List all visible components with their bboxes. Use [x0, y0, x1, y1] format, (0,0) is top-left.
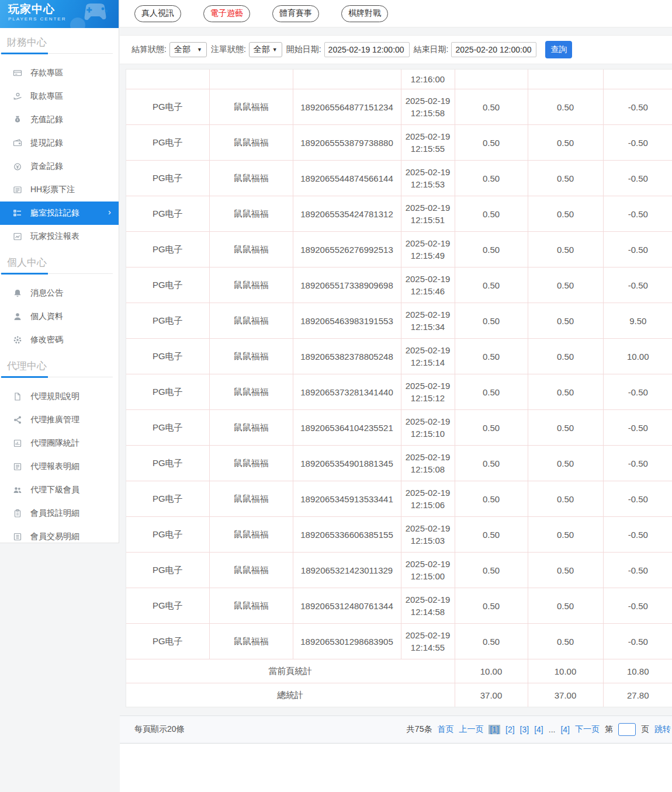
- agent-report-detail-icon: [12, 462, 22, 472]
- table-row: PG电子 鼠鼠福福 1892065544874566144 2025-02-19…: [126, 161, 672, 196]
- summary-label: 總統計: [126, 683, 455, 707]
- sidebar-item-agent-report-detail[interactable]: 代理報表明細: [0, 455, 119, 478]
- sidebar-header: 玩家中心 PLAYERS CENTER: [0, 0, 119, 28]
- sidebar-item-withdrawal-records[interactable]: 提現記錄: [0, 131, 119, 155]
- bet-id-cell: 1892065564877151234: [293, 89, 401, 125]
- table-row: PG电子 鼠鼠福福 1892065354901881345 2025-02-19…: [126, 446, 672, 481]
- sidebar-item-announcements[interactable]: 消息公告: [0, 282, 119, 305]
- agent-promotion-share-icon: [12, 415, 22, 425]
- sidebar-item-label: 玩家投注報表: [30, 231, 79, 242]
- tab-live-casino[interactable]: 真人視訊: [134, 5, 181, 22]
- game-cell: 鼠鼠福福: [209, 410, 293, 446]
- page-link-3[interactable]: [3]: [520, 725, 529, 734]
- content-bottom-area: [120, 744, 672, 792]
- withdraw-hand-icon: [12, 92, 22, 102]
- member-transaction-icon: [12, 532, 22, 542]
- sidebar-item-label: 廳室投註記錄: [30, 208, 79, 218]
- bet-datetime-cell: 2025-02-19 12:15:10: [401, 410, 455, 446]
- bet-id-cell: 1892065354901881345: [293, 446, 401, 481]
- valid-amount-cell: 0.50: [528, 624, 603, 659]
- order-status-select[interactable]: 全部 ▼: [249, 42, 282, 57]
- sidebar: 玩家中心 PLAYERS CENTER 財務中心 存款專區: [0, 0, 119, 543]
- sidebar-item-profile[interactable]: 個人資料: [0, 305, 119, 328]
- sidebar-item-member-bet-detail[interactable]: 會員投註明細: [0, 502, 119, 525]
- sidebar-item-hh-lottery[interactable]: HH彩票下注: [0, 178, 119, 202]
- platform-cell: PG电子: [126, 624, 209, 659]
- search-button[interactable]: 查詢: [545, 41, 572, 58]
- sidebar-item-room-bet-records[interactable]: 廳室投註記錄 ›: [0, 202, 119, 225]
- settle-status-select[interactable]: 全部 ▼: [169, 42, 207, 57]
- table-row: PG电子 鼠鼠福福 1892065517338909698 2025-02-19…: [126, 268, 672, 303]
- end-date-input[interactable]: [451, 42, 536, 57]
- tab-electronic-games[interactable]: 電子遊藝: [203, 5, 250, 22]
- page-link-4[interactable]: [4]: [534, 725, 543, 734]
- lottery-doc-icon: [12, 185, 22, 195]
- sidebar-item-deposit[interactable]: 存款專區: [0, 61, 119, 85]
- bet-amount-cell: 0.50: [455, 268, 528, 303]
- sidebar-item-member-transaction-detail[interactable]: 會員交易明細: [0, 525, 119, 548]
- valid-amount-cell: 0.50: [528, 232, 603, 268]
- platform-cell: PG电子: [126, 89, 209, 125]
- agent-team-stats-icon: [12, 439, 22, 449]
- sidebar-item-label: 存款專區: [30, 68, 63, 78]
- start-date-input[interactable]: [324, 42, 410, 57]
- sidebar-item-withdraw[interactable]: 取款專區: [0, 85, 119, 108]
- bet-id-cell: 1892065373281341440: [293, 374, 401, 410]
- sidebar-item-agent-members[interactable]: 代理下級會員: [0, 478, 119, 502]
- tab-board-games[interactable]: 棋牌對戰: [341, 5, 388, 22]
- bet-id-cell: 1892065526276992513: [293, 232, 401, 268]
- sidebar-item-label: HH彩票下注: [30, 185, 75, 195]
- game-cell: 鼠鼠福福: [209, 89, 293, 125]
- valid-amount-cell: 0.50: [528, 196, 603, 232]
- first-page-link[interactable]: 首页: [437, 724, 453, 735]
- sidebar-item-label: 消息公告: [30, 288, 63, 298]
- page-link-current[interactable]: [1]: [489, 725, 500, 734]
- sidebar-item-recharge-records[interactable]: 充值記錄: [0, 108, 119, 131]
- valid-amount-cell: 0.50: [528, 125, 603, 161]
- sidebar-item-funds-records[interactable]: 資金記錄: [0, 155, 119, 178]
- page-size-text: 每頁顯示20條: [134, 724, 185, 735]
- jump-page-input[interactable]: [618, 723, 636, 736]
- game-cell: 鼠鼠福福: [209, 339, 293, 374]
- bet-datetime-cell: 2025-02-19 12:15:55: [401, 125, 455, 161]
- jump-prefix-label: 第: [605, 724, 613, 735]
- tab-sports[interactable]: 體育賽事: [272, 5, 319, 22]
- sidebar-item-player-report[interactable]: 玩家投注報表: [0, 225, 119, 248]
- platform-cell: PG电子: [126, 553, 209, 588]
- next-page-link[interactable]: 下一页: [575, 724, 600, 735]
- profit-cell: -0.50: [603, 446, 672, 481]
- current-page-summary-row: 當前頁統計 10.00 10.00 10.80: [126, 659, 672, 683]
- sidebar-item-label: 代理報表明細: [30, 461, 79, 472]
- sidebar-section-agent: 代理中心 代理規則說明 代理推廣管理 代理團隊統計: [0, 359, 119, 548]
- page-link-last[interactable]: [4]: [560, 725, 570, 734]
- bet-id-cell: 1892065463983191553: [293, 303, 401, 339]
- sidebar-item-change-password[interactable]: 修改密碼: [0, 328, 119, 352]
- platform-cell: PG电子: [126, 588, 209, 624]
- prev-page-link[interactable]: 上一页: [459, 724, 483, 735]
- sidebar-item-agent-promotion[interactable]: 代理推廣管理: [0, 408, 119, 432]
- bet-amount-cell: 0.50: [455, 196, 528, 232]
- sidebar-item-label: 代理規則說明: [30, 391, 79, 402]
- pagination-controls: 共75条 首页 上一页 [1] [2] [3] [4] ... [4] 下一页 …: [407, 723, 671, 736]
- table-row: PG电子 鼠鼠福福 1892065321423011329 2025-02-19…: [126, 553, 672, 588]
- bet-amount-cell: 0.50: [455, 517, 528, 553]
- jump-button[interactable]: 跳转: [654, 724, 671, 735]
- section-title-agent: 代理中心: [0, 359, 113, 377]
- table-row: PG电子 鼠鼠福福 1892065382378805248 2025-02-19…: [126, 339, 672, 374]
- bet-amount-cell: 0.50: [455, 161, 528, 196]
- sidebar-section-finance: 財務中心 存款專區 取款專區 充值記錄: [0, 36, 119, 248]
- sidebar-item-agent-rules[interactable]: 代理規則說明: [0, 385, 119, 408]
- page-link-2[interactable]: [2]: [505, 725, 515, 734]
- withdrawal-record-icon: [12, 138, 22, 148]
- valid-amount-cell: 0.50: [528, 588, 603, 624]
- bet-datetime-cell: 2025-02-19 12:14:55: [401, 624, 455, 659]
- game-cell: 鼠鼠福福: [209, 553, 293, 588]
- sidebar-item-agent-team-stats[interactable]: 代理團隊統計: [0, 432, 119, 455]
- table-row: PG电子 鼠鼠福福 1892065535424781312 2025-02-19…: [126, 196, 672, 232]
- platform-cell: PG电子: [126, 517, 209, 553]
- bet-amount-cell: 0.50: [455, 553, 528, 588]
- end-date-label: 結束日期:: [414, 44, 449, 55]
- profit-cell: -0.50: [603, 624, 672, 659]
- summary-profit: 10.80: [603, 659, 672, 683]
- bet-amount-cell: 0.50: [455, 125, 528, 161]
